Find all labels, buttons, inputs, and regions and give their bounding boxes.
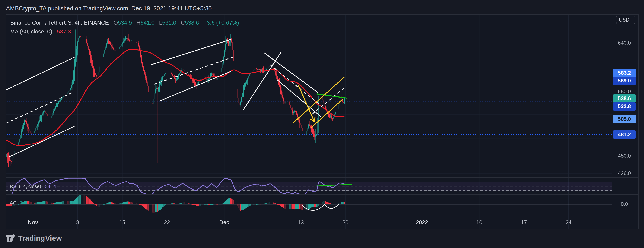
ohlc-open-label: O	[114, 20, 118, 26]
price-label-426.0: 426.0	[612, 170, 636, 176]
time-label-22: 22	[152, 219, 182, 226]
time-label-2022: 2022	[407, 219, 437, 226]
time-label-Dec: Dec	[209, 219, 240, 226]
time-label-10: 10	[464, 219, 494, 226]
chart-canvas[interactable]	[6, 14, 638, 229]
ma-legend[interactable]: MA (50, close, 0) 537.3	[10, 28, 71, 35]
rsi-label: RSI (14, close)	[10, 184, 41, 189]
ohlc-high-label: H	[136, 20, 140, 26]
rsi-value: 54.11	[45, 184, 56, 189]
ma-value: 537.3	[57, 28, 71, 35]
price-label-450.0: 450.0	[612, 153, 636, 159]
rsi-legend[interactable]: RSI (14, close) 54.11	[10, 184, 56, 189]
price-badge-583.2: 583.2	[612, 69, 636, 77]
ohlc-open-value: 534.9	[118, 20, 132, 26]
price-badge-538.6: 538.6	[612, 94, 636, 102]
currency-toggle-button[interactable]: USDT	[616, 16, 635, 24]
price-badge-569.0: 569.0	[612, 76, 636, 85]
ohlc-close-value: 538.6	[185, 20, 199, 26]
ohlc-low-value: 531.0	[162, 20, 176, 26]
change-value: +3.6 (+0.67%)	[204, 20, 239, 26]
time-label-8: 8	[62, 219, 93, 226]
tradingview-logo[interactable]: TradingView	[6, 234, 62, 242]
tradingview-logo-icon	[6, 234, 15, 242]
ao-value: 7.5	[20, 200, 27, 206]
ohlc-close-label: C	[181, 20, 185, 26]
time-label-24: 24	[554, 219, 584, 226]
symbol-legend[interactable]: Binance Coin / TetherUS, 4h, BINANCE O53…	[10, 20, 239, 26]
tradingview-logo-text: TradingView	[18, 234, 62, 242]
ao-label: AO	[10, 200, 16, 206]
ao-zero-label: 0.0	[612, 201, 636, 207]
price-label-640.0: 640.0	[612, 40, 636, 46]
time-label-15: 15	[107, 219, 138, 226]
time-label-Nov: Nov	[18, 219, 48, 226]
time-label-20: 20	[330, 219, 360, 226]
symbol-title: Binance Coin / TetherUS, 4h, BINANCE	[10, 20, 109, 26]
ohlc-low-label: L	[159, 20, 162, 26]
ma-label: MA (50, close, 0)	[10, 28, 52, 35]
ohlc-high-value: 541.0	[140, 20, 154, 26]
time-label-13: 13	[286, 219, 316, 226]
price-label-550.0: 550.0	[612, 88, 636, 94]
ao-legend[interactable]: AO 7.5	[10, 200, 27, 206]
tradingview-snapshot-page: AMBCrypto_TA published on TradingView.co…	[0, 0, 644, 248]
price-badge-532.8: 532.8	[612, 102, 636, 110]
price-badge-481.2: 481.2	[612, 130, 636, 138]
time-label-17: 17	[509, 219, 539, 226]
page-title: AMBCrypto_TA published on TradingView.co…	[6, 5, 212, 12]
price-badge-505.0: 505.0	[612, 115, 636, 123]
chart-frame	[6, 14, 638, 229]
